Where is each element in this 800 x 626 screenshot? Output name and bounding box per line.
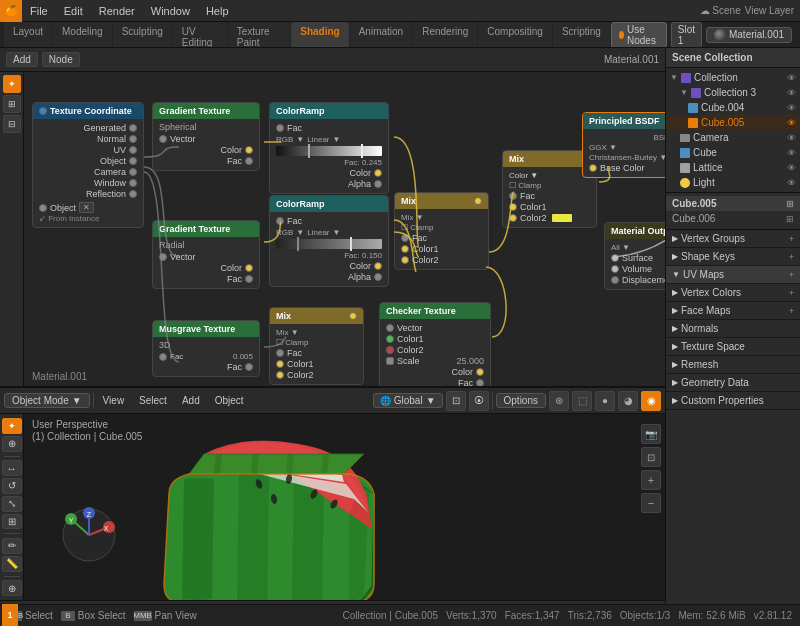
pan-view-action[interactable]: MMB Pan View: [134, 610, 197, 621]
viewport-menu-add[interactable]: Add: [176, 394, 206, 407]
node-mix-1[interactable]: Mix Mix ▼ ☐ Clamp Fac Color1 Color2: [269, 307, 364, 385]
tool-annotate[interactable]: ✏: [2, 538, 22, 554]
zoom-out-btn[interactable]: −: [641, 493, 661, 513]
zoom-in-btn[interactable]: +: [641, 470, 661, 490]
node-checker-texture[interactable]: Checker Texture Vector Color1 Color2 Sca…: [379, 302, 491, 386]
tool-add[interactable]: ⊕: [2, 580, 22, 596]
svg-text:Y: Y: [69, 517, 74, 524]
node-gradient-texture-2[interactable]: Gradient Texture Radial Vector Color Fac: [152, 220, 260, 289]
viewport-toolbar: Object Mode▼ View Select Add Object 🌐Glo…: [0, 388, 665, 414]
menu-window[interactable]: Window: [143, 3, 198, 19]
shape-keys-section[interactable]: ▶Shape Keys +: [666, 248, 800, 266]
node-colorramp-2[interactable]: ColorRamp Fac RGB ▼ Linear ▼: [269, 195, 389, 287]
node-colorramp-1[interactable]: ColorRamp Fac RGB ▼ Linear ▼: [269, 102, 389, 194]
uv-maps-section[interactable]: ▼UV Maps +: [666, 266, 800, 284]
node-mix-2[interactable]: Mix Mix ▼ ☐ Clamp Fac Color1 Color2: [394, 192, 489, 270]
node-material-label: Material.001: [32, 371, 87, 382]
svg-text:Z: Z: [87, 511, 92, 518]
collection3-item[interactable]: ▼ Collection 3 👁: [666, 85, 800, 100]
navigation-gizmo[interactable]: X Y Z: [59, 505, 119, 565]
viewport-menu-view[interactable]: View: [97, 394, 131, 407]
top-menu-bar: 🍊 File Edit Render Window Help ☁ Scene V…: [0, 0, 800, 22]
slot-selector[interactable]: Slot 1: [671, 22, 702, 48]
tool-select-box[interactable]: ✦: [2, 418, 22, 434]
node-tool-3[interactable]: ⊟: [3, 115, 21, 133]
node-gradient-texture-1[interactable]: Gradient Texture Spherical Vector Color …: [152, 102, 260, 171]
tool-measure[interactable]: 📏: [2, 556, 22, 572]
shading-material-icon[interactable]: ◕: [618, 391, 638, 411]
node-texture-coordinate[interactable]: Texture Coordinate Generated Normal UV O…: [32, 102, 144, 228]
faces-info: Faces:1,347: [505, 610, 560, 621]
node-material-output[interactable]: Material Output All ▼ Surface Volume Dis…: [604, 222, 665, 290]
tab-shading[interactable]: Shading: [291, 22, 348, 47]
tool-transform[interactable]: ⊞: [2, 514, 22, 530]
tool-cursor[interactable]: ⊕: [2, 436, 22, 452]
viewport-mode-selector[interactable]: Object Mode▼: [4, 393, 90, 408]
shading-solid-icon[interactable]: ●: [595, 391, 615, 411]
lattice-item[interactable]: Lattice 👁: [666, 160, 800, 175]
shading-wire-icon[interactable]: ⬚: [572, 391, 592, 411]
tab-texture-paint[interactable]: Texture Paint: [228, 22, 290, 47]
remesh-section[interactable]: ▶Remesh: [666, 356, 800, 374]
scene-label: ☁ Scene: [700, 5, 741, 16]
cube005-item[interactable]: Cube.005 👁: [666, 115, 800, 130]
proportional-btn[interactable]: ⦿: [469, 391, 489, 411]
viewport-menu-object[interactable]: Object: [209, 394, 250, 407]
viewport-menu-select[interactable]: Select: [133, 394, 173, 407]
tab-layout[interactable]: Layout: [4, 22, 52, 47]
shading-render-icon[interactable]: ◉: [641, 391, 661, 411]
normals-section[interactable]: ▶Normals: [666, 320, 800, 338]
menu-help[interactable]: Help: [198, 3, 237, 19]
geometry-data-section[interactable]: ▶Geometry Data: [666, 374, 800, 392]
vertex-groups-section[interactable]: ▶Vertex Groups +: [666, 230, 800, 248]
tool-scale[interactable]: ⤡: [2, 496, 22, 512]
tab-modeling[interactable]: Modeling: [53, 22, 112, 47]
version-info: v2.81.12: [754, 610, 792, 621]
node-editor-left-toolbar: ✦ ⊞ ⊟: [0, 72, 24, 386]
material-selector[interactable]: Material.001: [706, 27, 792, 43]
watermelon-svg: [114, 424, 424, 600]
node-principled-bsdf[interactable]: Principled BSDF BSDF GGX ▼ Christansen-B…: [582, 112, 665, 178]
snap-btn[interactable]: ⊡: [446, 391, 466, 411]
cube004-item[interactable]: Cube.004 👁: [666, 100, 800, 115]
menu-edit[interactable]: Edit: [56, 3, 91, 19]
node-tool-2[interactable]: ⊞: [3, 95, 21, 113]
use-nodes-button[interactable]: Use Nodes: [611, 22, 667, 48]
camera-item[interactable]: Camera 👁: [666, 130, 800, 145]
tab-animation[interactable]: Animation: [350, 22, 412, 47]
texture-space-section[interactable]: ▶Texture Space: [666, 338, 800, 356]
collection-info: Collection | Cube.005: [343, 610, 438, 621]
node-editor-add-btn[interactable]: Add: [6, 52, 38, 67]
memory-info: Mem: 52.6 MiB: [678, 610, 745, 621]
node-canvas[interactable]: Texture Coordinate Generated Normal UV O…: [24, 72, 665, 386]
face-maps-section[interactable]: ▶Face Maps +: [666, 302, 800, 320]
node-tool-select[interactable]: ✦: [3, 75, 21, 93]
box-select-action[interactable]: B Box Select: [61, 610, 126, 621]
blender-logo: 🍊: [0, 0, 22, 22]
tab-rendering[interactable]: Rendering: [413, 22, 477, 47]
camera-btn[interactable]: 📷: [641, 424, 661, 444]
tool-rotate[interactable]: ↺: [2, 478, 22, 494]
node-musgrave-texture[interactable]: Musgrave Texture 3D Fac 0.005 Fac: [152, 320, 260, 377]
vertex-colors-section[interactable]: ▶Vertex Colors +: [666, 284, 800, 302]
tool-move[interactable]: ↔: [2, 460, 22, 476]
options-btn[interactable]: Options: [496, 393, 546, 408]
tab-sculpting[interactable]: Sculpting: [113, 22, 172, 47]
collection-item[interactable]: ▼ Collection 👁: [666, 70, 800, 85]
tab-compositing[interactable]: Compositing: [478, 22, 552, 47]
viewport-canvas[interactable]: User Perspective (1) Collection | Cube.0…: [24, 414, 665, 600]
global-selector[interactable]: 🌐Global▼: [373, 393, 443, 408]
status-bar: LMB Select B Box Select MMB Pan View Col…: [0, 604, 800, 626]
tab-uv-editing[interactable]: UV Editing: [173, 22, 227, 47]
menu-render[interactable]: Render: [91, 3, 143, 19]
node-editor-node-btn[interactable]: Node: [42, 52, 80, 67]
cube-item[interactable]: Cube 👁: [666, 145, 800, 160]
tab-scripting[interactable]: Scripting: [553, 22, 610, 47]
verts-info: Verts:1,370: [446, 610, 497, 621]
custom-properties-section[interactable]: ▶Custom Properties: [666, 392, 800, 410]
tris-info: Tris:2,736: [568, 610, 612, 621]
perspective-btn[interactable]: ⊡: [641, 447, 661, 467]
light-item[interactable]: Light 👁: [666, 175, 800, 190]
menu-file[interactable]: File: [22, 3, 56, 19]
overlay-icon[interactable]: ⊛: [549, 391, 569, 411]
